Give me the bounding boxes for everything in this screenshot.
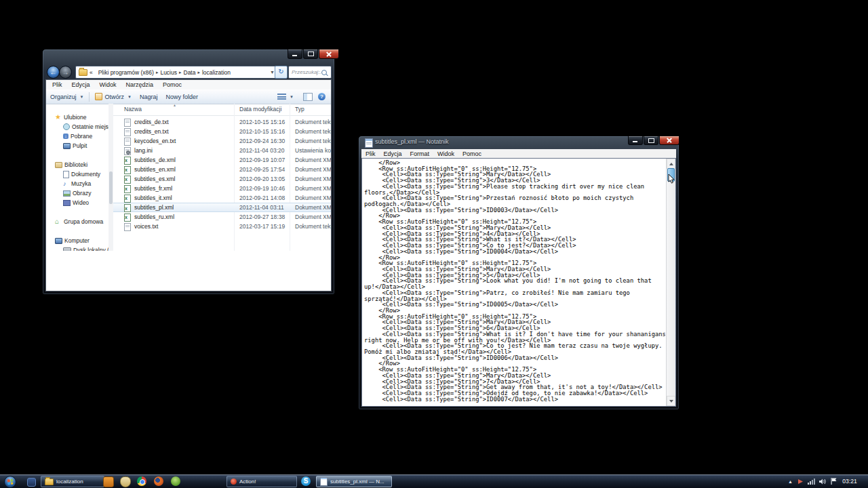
homegroup-icon: [55, 218, 62, 225]
column-header-date[interactable]: Data modyfikacji: [239, 106, 281, 113]
sidebar-item[interactable]: Dysk lokalny (C:: [46, 245, 108, 251]
taskbar-clock[interactable]: 03:21: [841, 478, 859, 485]
taskbar-button-localization[interactable]: localization: [41, 476, 104, 487]
notepad-window: subtitles_pl.xml — Notatnik Plik Edycja …: [358, 136, 679, 410]
skype-icon[interactable]: S: [301, 476, 311, 486]
back-button[interactable]: ←: [47, 66, 60, 79]
refresh-button[interactable]: ↻: [275, 66, 288, 79]
sidebar-item[interactable]: Obrazy: [46, 188, 108, 198]
music-icon: [63, 181, 69, 187]
column-header-name[interactable]: Nazwa: [124, 106, 142, 113]
sidebar-item[interactable]: Ulubione: [46, 113, 108, 122]
menu-widok[interactable]: Widok: [433, 150, 458, 157]
file-row[interactable]: subtitles_fr.xml 2012-09-19 10:46 Dokume…: [113, 184, 331, 193]
column-headers: ▲ Nazwa Data modyfikacji Typ: [113, 104, 331, 116]
menu-edycja[interactable]: Edycja: [67, 81, 95, 88]
pinned-orange-app-icon[interactable]: [103, 476, 114, 487]
breadcrumb-crumb[interactable]: localization: [202, 69, 231, 76]
explorer-main: Ulubione Ostatnie miejsca Pobrane Pulpit: [46, 104, 331, 251]
sidebar-item[interactable]: Biblioteki: [46, 160, 108, 169]
taskbar-button-action[interactable]: Action!: [226, 476, 297, 487]
menu-widok[interactable]: Widok: [95, 81, 121, 88]
breadcrumb-separator-icon: ▸: [154, 70, 161, 75]
notepad-text[interactable]: </Row> <Row ss:AutoFitHeight="0" ss:Heig…: [364, 160, 665, 405]
file-row[interactable]: subtitles_en.xml 2012-09-25 17:54 Dokume…: [113, 165, 331, 174]
computer-icon: [55, 238, 62, 244]
folder-icon: [45, 479, 54, 485]
scroll-up-icon[interactable]: [667, 159, 675, 169]
forward-button[interactable]: →: [59, 66, 72, 79]
breadcrumb-crumb[interactable]: Data: [184, 69, 196, 76]
explorer-navigation-bar: ← → « Pliki programów (x86) ▸ Lucius ▸ D…: [45, 64, 332, 79]
breadcrumb-crumb[interactable]: Lucius: [160, 69, 177, 76]
chrome-icon[interactable]: [137, 476, 146, 486]
action-tray-icon[interactable]: [797, 479, 804, 485]
sidebar-item[interactable]: Ostatnie miejsca: [46, 122, 108, 131]
sidebar-item[interactable]: Wideo: [46, 198, 108, 207]
sidebar-item[interactable]: Komputer: [46, 236, 108, 245]
pinned-shield-app-icon[interactable]: [120, 476, 131, 487]
file-row[interactable]: credits_en.txt 2012-10-15 15:16 Dokument…: [113, 127, 331, 136]
sidebar-scrollbar[interactable]: [108, 104, 113, 251]
vertical-scrollbar[interactable]: [666, 159, 675, 406]
burn-button[interactable]: Nagraj: [136, 92, 162, 102]
organize-button[interactable]: Organizuj▼: [46, 92, 87, 102]
pinned-green-app-icon[interactable]: [171, 476, 180, 486]
maximize-button[interactable]: [303, 49, 318, 59]
xml-icon: [124, 176, 131, 184]
address-bar[interactable]: « Pliki programów (x86) ▸ Lucius ▸ Data …: [75, 66, 277, 79]
menu-plik[interactable]: Plik: [47, 81, 67, 88]
file-row[interactable]: credits_de.txt 2012-10-15 15:16 Dokument…: [113, 117, 331, 127]
preview-pane-icon[interactable]: [303, 93, 313, 101]
action-center-flag-icon[interactable]: [831, 478, 837, 485]
notepad-icon: [365, 138, 373, 148]
file-row[interactable]: subtitles_de.xml 2012-09-19 10:07 Dokume…: [113, 155, 331, 165]
menu-plik[interactable]: Plik: [361, 150, 380, 157]
close-button[interactable]: [319, 49, 339, 59]
chevron-down-icon: ▼: [127, 95, 132, 99]
search-placeholder: Przeszukaj:...: [292, 69, 321, 75]
maximize-button[interactable]: [644, 136, 658, 145]
file-row[interactable]: voices.txt 2012-03-17 15:19 Dokument tek…: [113, 222, 331, 231]
show-hidden-icons-icon[interactable]: ▲: [788, 479, 793, 484]
menu-pomoc[interactable]: Pomoc: [458, 150, 486, 157]
file-row[interactable]: lang.ini 2012-11-04 03:20 Ustawienia kon…: [113, 146, 331, 155]
column-header-type[interactable]: Typ: [295, 106, 304, 113]
search-box[interactable]: Przeszukaj:...: [288, 66, 332, 79]
file-row[interactable]: subtitles_it.xml 2012-09-21 14:08 Dokume…: [113, 193, 331, 203]
minimize-button[interactable]: [628, 136, 643, 145]
menu-format[interactable]: Format: [406, 150, 434, 157]
file-row[interactable]: subtitles_ru.xml 2012-09-27 18:38 Dokume…: [113, 212, 331, 222]
volume-icon[interactable]: [819, 479, 827, 485]
network-icon[interactable]: [808, 479, 815, 485]
pinned-app-icon[interactable]: [27, 478, 36, 487]
menu-narzedzia[interactable]: Narzędzia: [121, 81, 159, 88]
menu-pomoc[interactable]: Pomoc: [158, 81, 186, 88]
windows-logo-icon: [7, 479, 14, 485]
start-button[interactable]: [4, 476, 16, 488]
search-icon: [321, 70, 327, 75]
taskbar-button-notepad[interactable]: subtitles_pl.xml — N...: [316, 476, 392, 487]
minimize-button[interactable]: [288, 49, 302, 59]
scroll-down-icon[interactable]: [667, 396, 675, 406]
open-button[interactable]: Otwórz▼: [91, 92, 135, 102]
breadcrumb-crumb[interactable]: Pliki programów (x86): [98, 69, 154, 76]
file-row[interactable]: subtitles_es.xml 2012-09-20 13:05 Dokume…: [113, 174, 331, 184]
close-button[interactable]: [659, 136, 679, 145]
xml-icon: [124, 204, 131, 212]
views-button[interactable]: ▼: [273, 92, 298, 101]
menu-edycja[interactable]: Edycja: [380, 150, 406, 157]
sidebar-item[interactable]: Pulpit: [46, 141, 108, 150]
sidebar-item[interactable]: Muzyka: [46, 179, 108, 188]
notepad-window-controls: [627, 136, 679, 145]
file-row[interactable]: keycodes_en.txt 2012-09-24 16:30 Dokumen…: [113, 136, 331, 146]
firefox-icon[interactable]: [154, 476, 163, 486]
sidebar-item[interactable]: Dokumenty: [46, 169, 108, 179]
documents-icon: [63, 171, 69, 178]
file-row[interactable]: subtitles_pl.xml 2012-11-04 03:11 Dokume…: [113, 203, 331, 212]
sidebar-item[interactable]: Pobrane: [46, 131, 108, 141]
new-folder-button[interactable]: Nowy folder: [161, 92, 202, 102]
help-icon[interactable]: ?: [318, 93, 326, 100]
address-dropdown-icon[interactable]: ▼: [267, 70, 275, 75]
sidebar-item[interactable]: Grupa domowa: [46, 217, 108, 226]
